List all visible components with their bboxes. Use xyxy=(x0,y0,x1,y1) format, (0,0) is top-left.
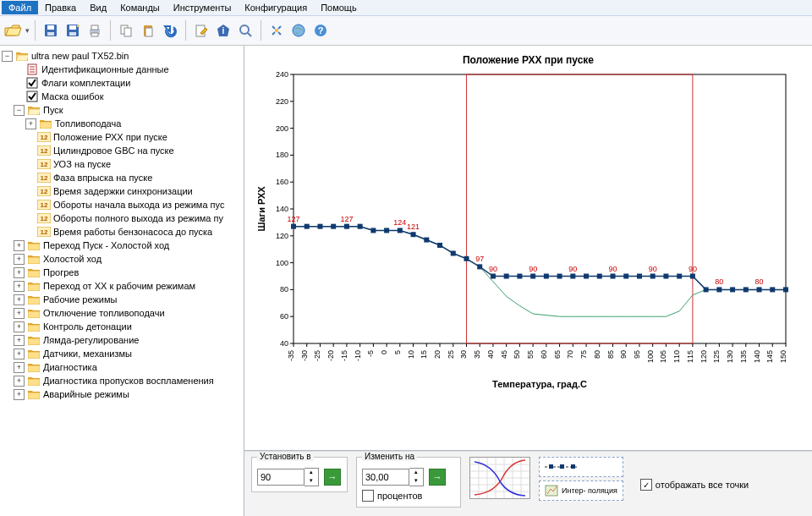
tree-node-icon: 12 xyxy=(37,185,51,197)
tree-folder-7[interactable]: + Лямда-регулирование xyxy=(2,333,242,347)
set-value-input[interactable] xyxy=(257,469,304,486)
tree-folder-6[interactable]: + Контроль детонации xyxy=(2,320,242,333)
svg-rect-180 xyxy=(770,287,775,292)
tree-root-child-0[interactable]: Идентификационные данные xyxy=(2,63,242,76)
tree-node-icon: 12 xyxy=(37,172,51,184)
svg-text:10: 10 xyxy=(407,350,415,359)
tree-toggle-icon[interactable]: + xyxy=(14,240,25,251)
svg-text:180: 180 xyxy=(276,151,288,159)
interpolation-button[interactable]: Интер- поляция xyxy=(539,480,623,501)
tree-pusk-child-6[interactable]: 12 Обороты начала выхода из режима пус xyxy=(2,198,242,211)
tree-pusk-child-8[interactable]: 12 Время работы бензонасоса до пуска xyxy=(2,225,242,239)
tree-toggle-icon[interactable]: + xyxy=(14,267,25,278)
interpolation-label: Интер- поляция xyxy=(562,487,617,495)
tree-pusk-child-3[interactable]: 12 УОЗ на пуске xyxy=(2,157,242,171)
chart-plot[interactable]: 406080100120140160180200220240-35-30-25-… xyxy=(253,69,794,391)
tree-node-label: Отключение топливоподачи xyxy=(43,308,165,318)
tree-root[interactable]: − ultra new paul TX52.bin xyxy=(2,49,242,63)
menu-инструменты[interactable]: Инструменты xyxy=(167,1,239,14)
tree-toggle-icon[interactable]: + xyxy=(14,362,25,373)
tree-toggle-icon[interactable]: − xyxy=(14,105,25,116)
undo-button[interactable] xyxy=(160,20,180,41)
tree-folder-11[interactable]: + Аварийные режимы xyxy=(2,387,242,401)
edit-button[interactable] xyxy=(191,20,211,41)
tree-toggle-icon[interactable]: + xyxy=(25,118,36,129)
menu-команды[interactable]: Команды xyxy=(113,1,167,14)
tree-folder-9[interactable]: + Диагностика xyxy=(2,360,242,374)
svg-text:124: 124 xyxy=(393,218,406,227)
tree-folder-1[interactable]: + Холостой ход xyxy=(2,252,242,266)
menu-вид[interactable]: Вид xyxy=(83,1,113,14)
tree-node-icon: 12 xyxy=(37,131,51,143)
menu-bar: ФайлПравкаВидКомандыИнструментыКонфигура… xyxy=(0,0,812,16)
change-by-input[interactable] xyxy=(362,469,409,486)
tools-button[interactable] xyxy=(266,20,287,41)
svg-rect-167 xyxy=(597,274,602,279)
set-value-apply-button[interactable]: → xyxy=(324,469,341,486)
menu-конфигурация[interactable]: Конфигурация xyxy=(238,1,314,14)
tree-root-child-2[interactable]: Маска ошибок xyxy=(2,90,242,103)
info-button[interactable]: i xyxy=(213,20,233,41)
tree-toggle-icon[interactable]: + xyxy=(14,308,25,319)
svg-rect-144 xyxy=(291,224,296,229)
menu-правка[interactable]: Правка xyxy=(38,1,83,14)
tree-node-label: Контроль детонации xyxy=(43,321,132,332)
tree-folder-5[interactable]: + Отключение топливоподачи xyxy=(2,306,242,320)
tree-folder-10[interactable]: + Диагностика пропусков воспламенения xyxy=(2,374,242,387)
tree-folder-0[interactable]: + Переход Пуск - Холостой ход xyxy=(2,239,242,252)
tree-toggle-icon xyxy=(25,214,35,223)
menu-файл[interactable]: Файл xyxy=(2,1,38,14)
tree-folder-4[interactable]: + Рабочие режимы xyxy=(2,293,242,306)
tree-toggle-icon[interactable]: + xyxy=(14,254,25,265)
save-button[interactable] xyxy=(41,20,61,41)
tree-toggle-icon[interactable]: + xyxy=(14,281,25,292)
tree-node-icon xyxy=(27,253,41,265)
tree-pusk-child-0[interactable]: + Топливоподача xyxy=(2,117,242,130)
tree-pusk-child-1[interactable]: 12 Положение РХХ при пуске xyxy=(2,130,242,144)
paste-button[interactable] xyxy=(138,20,158,41)
set-value-spinner[interactable]: ▴▾ xyxy=(304,468,319,486)
line-style-button[interactable] xyxy=(539,457,623,477)
svg-rect-159 xyxy=(491,274,496,279)
change-by-apply-button[interactable]: → xyxy=(429,469,446,486)
save-as-button[interactable] xyxy=(63,20,83,41)
tree-node-label: Холостой ход xyxy=(43,254,102,264)
tree-toggle-icon[interactable]: + xyxy=(14,376,25,387)
tree-toggle-icon[interactable]: + xyxy=(14,389,25,400)
tree-pusk-child-2[interactable]: 12 Цилиндровое GBC на пуске xyxy=(2,144,242,157)
tree-toggle-icon[interactable]: + xyxy=(14,335,25,346)
percent-checkbox[interactable] xyxy=(362,490,374,502)
svg-text:?: ? xyxy=(318,25,324,36)
svg-rect-175 xyxy=(704,287,709,292)
tree-node-icon xyxy=(27,266,41,278)
print-button[interactable] xyxy=(85,20,105,41)
tree-node-icon xyxy=(27,361,41,373)
tree-pusk[interactable]: − Пуск xyxy=(2,103,242,117)
show-all-points-checkbox[interactable]: ✓ xyxy=(640,479,652,491)
svg-rect-149 xyxy=(358,224,363,229)
svg-text:i: i xyxy=(222,26,225,36)
tree-toggle-icon[interactable]: + xyxy=(14,349,25,360)
tree-pusk-child-7[interactable]: 12 Обороты полного выхода из режима пу xyxy=(2,211,242,225)
tree-folder-2[interactable]: + Прогрев xyxy=(2,266,242,279)
menu-помощь[interactable]: Помощь xyxy=(314,1,364,14)
tree-toggle-icon[interactable]: + xyxy=(14,294,25,305)
tree-toggle-icon[interactable]: + xyxy=(14,321,25,332)
dropdown-icon[interactable]: ▾ xyxy=(25,26,30,35)
help-button[interactable]: ? xyxy=(310,20,331,41)
open-button[interactable] xyxy=(3,20,24,41)
tree-folder-8[interactable]: + Датчики, механизмы xyxy=(2,347,242,360)
svg-rect-177 xyxy=(730,287,735,292)
search-button[interactable] xyxy=(235,20,255,41)
svg-text:90: 90 xyxy=(489,265,497,273)
copy-button[interactable] xyxy=(116,20,136,41)
svg-rect-151 xyxy=(384,228,389,233)
tree-root-child-1[interactable]: Флаги комплектации xyxy=(2,76,242,90)
tree-node-label: ultra new paul TX52.bin xyxy=(31,51,129,61)
tree-pusk-child-4[interactable]: 12 Фаза впрыска на пуске xyxy=(2,171,242,184)
change-by-spinner[interactable]: ▴▾ xyxy=(409,468,424,486)
tree-folder-3[interactable]: + Переход от ХХ к рабочим режимам xyxy=(2,279,242,293)
globe-button[interactable] xyxy=(288,20,309,41)
tree-toggle-icon[interactable]: − xyxy=(2,51,13,62)
tree-pusk-child-5[interactable]: 12 Время задержки синхронизации xyxy=(2,184,242,198)
